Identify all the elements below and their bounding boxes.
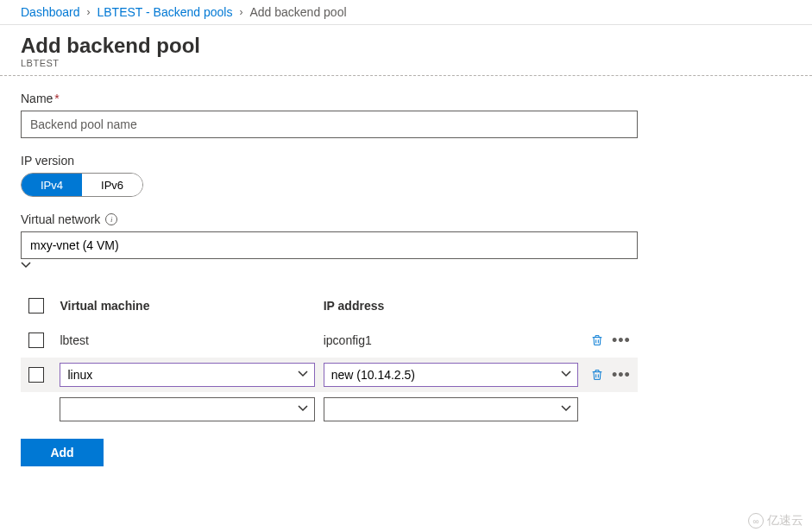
vm-select[interactable] — [60, 397, 314, 421]
watermark-icon: ∞ — [748, 513, 764, 529]
chevron-down-icon — [298, 368, 308, 382]
delete-row-button[interactable] — [587, 364, 607, 385]
chevron-right-icon: › — [239, 6, 242, 18]
vnet-label: Virtual network — [21, 212, 100, 226]
ipversion-option-ipv6[interactable]: IPv6 — [82, 174, 142, 196]
vm-select-value: linux — [67, 368, 92, 382]
name-label: Name* — [21, 92, 791, 105]
vnet-select-value: mxy-vnet (4 VM) — [30, 238, 119, 252]
form: Name* IP version IPv4 IPv6 Virtual netwo… — [0, 76, 812, 482]
row-checkbox[interactable] — [28, 367, 44, 383]
vm-grid: Virtual machine IP address lbtest ipconf… — [21, 288, 638, 427]
ipversion-field: IP version IPv4 IPv6 — [21, 154, 791, 197]
more-icon: ••• — [612, 332, 631, 348]
row-checkbox[interactable] — [28, 332, 44, 348]
breadcrumb-current: Add backend pool — [249, 5, 346, 19]
ip-select[interactable] — [324, 397, 578, 421]
ip-select-wrap — [324, 397, 578, 421]
ip-select-wrap: new (10.14.2.5) — [324, 363, 578, 387]
page-header: Add backend pool LBTEST — [0, 25, 812, 76]
vnet-select[interactable]: mxy-vnet (4 VM) — [21, 231, 638, 259]
ipversion-option-ipv4[interactable]: IPv4 — [22, 174, 82, 196]
ipversion-toggle: IPv4 IPv6 — [21, 173, 143, 197]
delete-row-button[interactable] — [587, 330, 607, 351]
grid-row — [21, 392, 638, 427]
row-more-button[interactable]: ••• — [611, 364, 632, 385]
vnet-select-wrap: mxy-vnet (4 VM) — [21, 231, 638, 273]
select-all-checkbox[interactable] — [28, 298, 44, 314]
col-header-vm: Virtual machine — [60, 299, 314, 313]
vm-cell: lbtest — [60, 333, 314, 347]
vm-select[interactable]: linux — [60, 363, 314, 387]
chevron-right-icon: › — [87, 6, 91, 18]
chevron-down-icon — [298, 402, 308, 416]
vnet-label-row: Virtual network i — [21, 212, 791, 226]
vm-select-wrap: linux — [60, 363, 314, 387]
required-indicator: * — [54, 92, 59, 105]
page-title: Add backend pool — [21, 34, 791, 58]
grid-header-row: Virtual machine IP address — [21, 288, 638, 323]
ip-select-value: new (10.14.2.5) — [331, 368, 415, 382]
vm-select-wrap — [60, 397, 314, 421]
watermark: ∞ 亿速云 — [748, 513, 803, 529]
ip-select[interactable]: new (10.14.2.5) — [324, 363, 578, 387]
watermark-text: 亿速云 — [767, 513, 803, 529]
ip-cell: ipconfig1 — [324, 333, 578, 347]
info-icon[interactable]: i — [105, 213, 117, 225]
breadcrumb: Dashboard › LBTEST - Backend pools › Add… — [0, 0, 812, 25]
page-subtitle: LBTEST — [21, 58, 791, 68]
grid-row: linux new (10.14.2.5) ••• — [21, 358, 638, 392]
vnet-field: Virtual network i mxy-vnet (4 VM) — [21, 212, 791, 273]
chevron-down-icon — [561, 402, 571, 416]
more-icon: ••• — [612, 367, 631, 383]
ipversion-label: IP version — [21, 154, 791, 168]
chevron-down-icon — [21, 259, 31, 273]
col-header-ip: IP address — [324, 299, 578, 313]
breadcrumb-link-dashboard[interactable]: Dashboard — [21, 5, 80, 19]
name-input[interactable] — [21, 111, 638, 138]
breadcrumb-link-backend-pools[interactable]: LBTEST - Backend pools — [98, 5, 233, 19]
name-label-text: Name — [21, 92, 53, 105]
name-field: Name* — [21, 92, 791, 138]
grid-row: lbtest ipconfig1 ••• — [21, 323, 638, 358]
add-button[interactable]: Add — [21, 439, 104, 466]
chevron-down-icon — [561, 368, 571, 382]
row-more-button[interactable]: ••• — [611, 330, 632, 351]
